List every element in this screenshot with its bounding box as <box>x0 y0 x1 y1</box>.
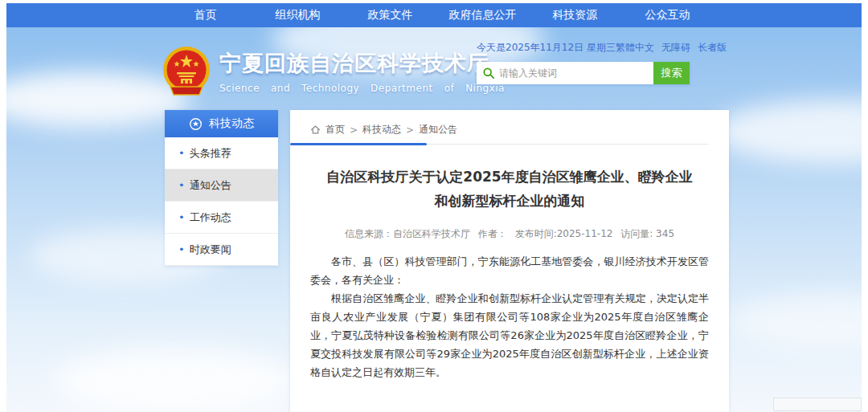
nav-item-tech-resources[interactable]: 科技资源 <box>529 8 621 22</box>
bullet-icon: • <box>178 179 185 191</box>
site-titles: 宁夏回族自治区科学技术厅 Science and Technology Depa… <box>219 49 505 94</box>
header-utility-links: 繁體中文 无障碍 长者版 <box>616 41 727 55</box>
sky-background: 宁夏回族自治区科学技术厅 Science and Technology Depa… <box>6 27 862 412</box>
site-name-english: Science and Technology Department of Nin… <box>219 83 505 94</box>
site-name-en-word: Department <box>371 83 433 94</box>
breadcrumb-separator: > <box>350 124 358 136</box>
sidebar-item-label: 头条推荐 <box>190 146 231 161</box>
link-accessibility[interactable]: 无障碍 <box>661 41 690 55</box>
sidebar-item-current-politics[interactable]: • 时政要闻 <box>165 234 278 266</box>
sidebar-item-headline-recommend[interactable]: • 头条推荐 <box>165 137 278 169</box>
meta-author: 作者： <box>478 228 507 239</box>
site-brand: 宁夏回族自治区科学技术厅 Science and Technology Depa… <box>161 45 505 98</box>
article-title-line2: 和创新型标杆企业的通知 <box>310 190 709 214</box>
sidebar-item-label: 工作动态 <box>190 210 231 225</box>
sidebar: 科技动态 • 头条推荐 • 通知公告 • 工作动态 <box>165 110 278 266</box>
sidebar-item-label: 时政要闻 <box>190 243 231 257</box>
search-icon <box>483 67 494 79</box>
breadcrumb: 首页 > 科技动态 > 通知公告 <box>310 118 709 145</box>
header-right: 今天是2025年11月12日 星期三 繁體中文 无障碍 长者版 搜索 <box>477 41 696 84</box>
site-name-en-word: and <box>271 83 290 94</box>
search-bar: 搜索 <box>477 62 690 84</box>
nav-item-public-interaction[interactable]: 公众互动 <box>621 8 714 22</box>
breadcrumb-notices[interactable]: 通知公告 <box>419 123 457 137</box>
site-name-en-word: Technology <box>301 83 359 94</box>
sidebar-menu: • 头条推荐 • 通知公告 • 工作动态 • 时政要闻 <box>165 137 278 266</box>
article-title-line1: 自治区科技厅关于认定2025年度自治区雏鹰企业、瞪羚企业 <box>310 165 709 190</box>
search-input-wrap <box>477 62 653 84</box>
bullet-icon: • <box>178 211 185 223</box>
breadcrumb-home[interactable]: 首页 <box>326 123 345 137</box>
meta-visits: 访问量: 345 <box>620 228 674 239</box>
link-elderly-version[interactable]: 长者版 <box>698 41 727 55</box>
page-frame: 首页 组织机构 政策文件 政府信息公开 科技资源 公众互动 <box>6 3 862 412</box>
sidebar-item-label: 通知公告 <box>190 178 231 193</box>
site-name-en-word: Science <box>219 83 260 94</box>
search-input[interactable] <box>499 67 647 79</box>
article-panel: 首页 > 科技动态 > 通知公告 自治区科技厅关于认定2025年度自治区雏鹰企业… <box>290 110 729 412</box>
top-nav: 首页 组织机构 政策文件 政府信息公开 科技资源 公众互动 <box>6 3 862 27</box>
home-icon <box>310 124 321 135</box>
site-name: 宁夏回族自治区科学技术厅 <box>219 49 505 78</box>
article-paragraph: 各市、县（区）科技管理部门，宁东能源化工基地管委会，银川经济技术开发区管委会，各… <box>310 252 709 289</box>
nav-item-home[interactable]: 首页 <box>159 8 252 22</box>
article-meta: 信息来源：自治区科学技术厅 作者： 发布时间:2025-11-12 访问量: 3… <box>310 227 709 241</box>
site-name-en-word: of <box>444 83 455 94</box>
sidebar-header: 科技动态 <box>165 110 278 137</box>
current-date: 今天是2025年11月12日 星期三 <box>477 41 616 55</box>
nav-item-policy-documents[interactable]: 政策文件 <box>344 8 436 22</box>
corner-widget <box>773 398 862 411</box>
link-traditional-chinese[interactable]: 繁體中文 <box>616 41 654 55</box>
nav-item-organization[interactable]: 组织机构 <box>252 8 344 22</box>
search-button[interactable]: 搜索 <box>653 62 690 84</box>
content-area: 科技动态 • 头条推荐 • 通知公告 • 工作动态 <box>6 110 862 412</box>
article-body: 各市、县（区）科技管理部门，宁东能源化工基地管委会，银川经济技术开发区管委会，各… <box>310 252 709 381</box>
sidebar-title: 科技动态 <box>209 116 254 131</box>
meta-publish-date: 发布时间:2025-11-12 <box>515 228 613 239</box>
header-info-line: 今天是2025年11月12日 星期三 繁體中文 无障碍 长者版 <box>477 41 702 55</box>
sidebar-item-work-updates[interactable]: • 工作动态 <box>165 202 278 234</box>
breadcrumb-tech-news[interactable]: 科技动态 <box>362 123 401 137</box>
site-name-en-word: Ningxia <box>465 83 505 94</box>
breadcrumb-separator: > <box>406 124 414 136</box>
bullet-icon: • <box>178 243 185 255</box>
meta-source: 信息来源：自治区科学技术厅 <box>345 228 470 239</box>
bullet-icon: • <box>178 147 185 159</box>
circled-star-icon <box>189 117 203 131</box>
sidebar-item-notices[interactable]: • 通知公告 <box>165 169 278 202</box>
article-title: 自治区科技厅关于认定2025年度自治区雏鹰企业、瞪羚企业 和创新型标杆企业的通知 <box>310 165 709 214</box>
article-paragraph: 根据自治区雏鹰企业、瞪羚企业和创新型标杆企业认定管理有关规定，决定认定半亩良人农… <box>310 289 709 381</box>
national-emblem-logo <box>161 45 212 98</box>
nav-item-gov-info-disclosure[interactable]: 政府信息公开 <box>436 8 529 22</box>
